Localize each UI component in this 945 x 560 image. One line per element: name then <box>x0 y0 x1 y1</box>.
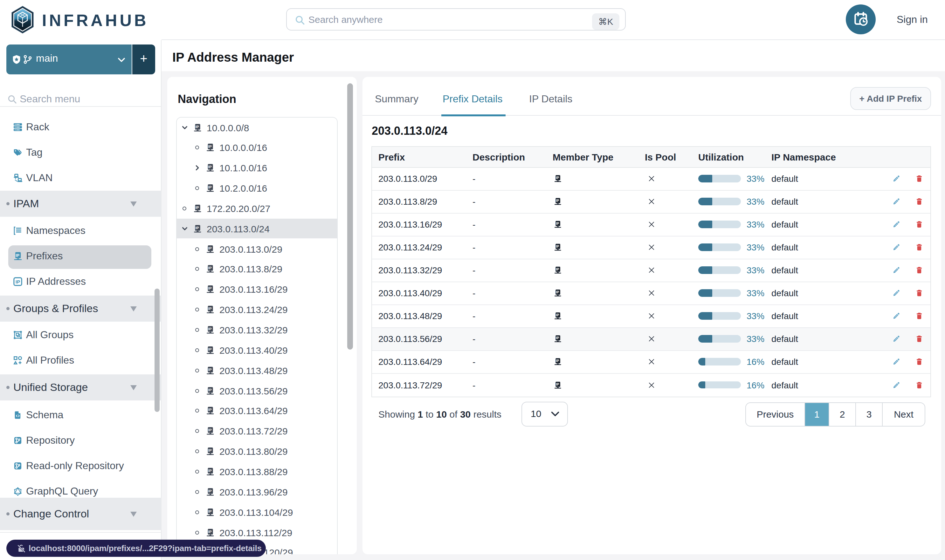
svg-text:IP: IP <box>208 469 212 472</box>
svg-text:IP: IP <box>208 307 212 311</box>
svg-text:IP: IP <box>208 327 212 331</box>
svg-text:IP: IP <box>208 165 212 169</box>
svg-text:IP: IP <box>556 313 559 317</box>
svg-text:IP: IP <box>556 222 559 225</box>
svg-text:IP: IP <box>208 348 212 351</box>
svg-text:IP: IP <box>208 428 212 432</box>
svg-text:IP: IP <box>208 408 212 412</box>
svg-text:IP: IP <box>208 145 212 149</box>
svg-text:IP: IP <box>556 245 559 248</box>
svg-text:IP: IP <box>208 489 212 493</box>
svg-text:IP: IP <box>208 529 212 533</box>
svg-text:IP: IP <box>196 226 199 230</box>
svg-text:IP: IP <box>208 246 212 250</box>
svg-text:IP: IP <box>15 253 19 258</box>
svg-text:IP: IP <box>208 449 212 452</box>
svg-text:IP: IP <box>208 368 212 372</box>
svg-text:IP: IP <box>196 206 199 209</box>
svg-text:IP: IP <box>556 267 559 271</box>
svg-text:IP: IP <box>208 509 212 513</box>
svg-text:IP: IP <box>208 388 212 392</box>
svg-text:IP: IP <box>556 382 559 386</box>
svg-text:IP: IP <box>556 176 559 180</box>
svg-text:IP: IP <box>556 336 559 340</box>
svg-text:IP: IP <box>556 290 559 294</box>
svg-text:IP: IP <box>208 186 212 189</box>
svg-text:IP: IP <box>208 266 212 270</box>
svg-text:IP: IP <box>556 198 559 202</box>
svg-text:IP: IP <box>15 279 20 285</box>
svg-text:IP: IP <box>196 125 199 128</box>
svg-text:IP: IP <box>556 359 559 363</box>
svg-text:IP: IP <box>208 287 212 291</box>
